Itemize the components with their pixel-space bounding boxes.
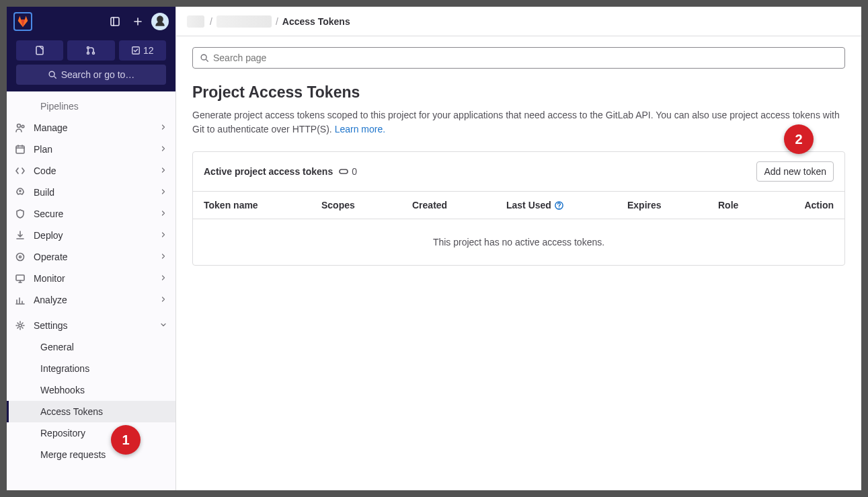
tokens-card: Active project access tokens 0 Add new t… — [192, 151, 845, 266]
merge-requests-button[interactable] — [67, 40, 114, 61]
sidebar-search[interactable]: Search or go to… — [16, 65, 166, 85]
card-title: Active project access tokens 0 — [204, 166, 357, 177]
nav-analyze[interactable]: Analyze — [7, 289, 175, 311]
svg-point-19 — [17, 254, 24, 261]
sidebar-header — [7, 7, 175, 36]
table-header: Token name Scopes Created Last Used Expi… — [193, 191, 844, 219]
svg-point-28 — [19, 324, 22, 327]
deploy-icon — [15, 230, 26, 241]
chevron-right-icon — [159, 230, 167, 241]
nav-sub-general[interactable]: General — [7, 336, 175, 358]
search-label: Search or go to… — [61, 69, 135, 80]
operate-icon — [15, 252, 26, 262]
chevron-right-icon — [159, 165, 167, 176]
content: Project Access Tokens Generate project a… — [176, 36, 861, 276]
nav-sub-merge-requests[interactable]: Merge requests — [7, 444, 175, 465]
svg-line-11 — [54, 77, 56, 79]
callout-1: 1 — [111, 425, 141, 455]
breadcrumb-group[interactable] — [187, 15, 204, 28]
nav-deploy[interactable]: Deploy — [7, 225, 175, 246]
code-icon — [15, 165, 26, 176]
gear-icon — [15, 320, 26, 331]
todo-count: 12 — [143, 45, 154, 56]
nav-sub-webhooks[interactable]: Webhooks — [7, 379, 175, 401]
chevron-right-icon — [159, 208, 167, 219]
chevron-right-icon — [159, 187, 167, 198]
issues-button[interactable] — [16, 40, 63, 61]
search-icon — [200, 53, 209, 63]
gitlab-logo[interactable] — [13, 12, 32, 31]
breadcrumbs: / / Access Tokens — [176, 7, 861, 36]
chevron-down-icon — [159, 320, 167, 331]
svg-rect-21 — [16, 275, 24, 280]
breadcrumb-separator: / — [276, 16, 278, 27]
svg-rect-4 — [36, 46, 43, 54]
col-created: Created — [412, 200, 506, 211]
learn-more-link[interactable]: Learn more. — [335, 124, 385, 135]
nav-sub-access-tokens[interactable]: Access Tokens — [7, 401, 175, 422]
col-token-name: Token name — [204, 200, 321, 211]
svg-point-29 — [201, 54, 206, 60]
breadcrumb-current: Access Tokens — [282, 16, 350, 27]
sidebar: 12 Search or go to… Pipelines Manage Pla… — [7, 7, 176, 490]
breadcrumb-project[interactable] — [216, 15, 272, 28]
calendar-icon — [15, 144, 26, 155]
todos-button[interactable]: 12 — [119, 40, 166, 61]
svg-point-13 — [22, 125, 24, 128]
users-icon — [15, 122, 26, 133]
chevron-right-icon — [159, 122, 167, 133]
nav-sub-integrations[interactable]: Integrations — [7, 358, 175, 379]
monitor-icon — [15, 273, 26, 284]
user-avatar[interactable] — [151, 13, 169, 30]
chevron-right-icon — [159, 144, 167, 155]
chevron-right-icon — [159, 273, 167, 284]
nav-sub-repository[interactable]: Repository — [7, 422, 175, 444]
col-action: Action — [785, 200, 834, 211]
svg-point-18 — [19, 190, 21, 192]
svg-rect-14 — [16, 146, 24, 153]
nav-sub-pipelines[interactable]: Pipelines — [7, 95, 175, 117]
nav-plan[interactable]: Plan — [7, 139, 175, 160]
chevron-right-icon — [159, 252, 167, 262]
card-header: Active project access tokens 0 Add new t… — [193, 152, 844, 191]
chart-icon — [15, 295, 26, 305]
breadcrumb-separator: / — [210, 16, 212, 27]
help-icon[interactable] — [554, 200, 564, 211]
panel-icon[interactable] — [106, 12, 124, 31]
svg-rect-0 — [111, 17, 119, 26]
token-count-badge: 0 — [338, 166, 357, 177]
nav-monitor[interactable]: Monitor — [7, 268, 175, 289]
rocket-icon — [15, 187, 26, 198]
nav-manage[interactable]: Manage — [7, 117, 175, 139]
page-search-input[interactable] — [213, 52, 838, 63]
svg-point-20 — [19, 256, 22, 258]
sidebar-search-wrap: Search or go to… — [7, 65, 175, 91]
token-icon — [338, 166, 349, 177]
add-new-token-button[interactable]: Add new token — [756, 161, 834, 182]
shield-icon — [15, 208, 26, 219]
col-expires: Expires — [627, 200, 718, 211]
chevron-right-icon — [159, 295, 167, 305]
page-title: Project Access Tokens — [192, 83, 845, 102]
plus-icon[interactable] — [128, 12, 147, 31]
search-icon — [48, 70, 57, 79]
svg-point-10 — [49, 71, 54, 77]
svg-point-12 — [17, 124, 21, 128]
col-last-used: Last Used — [506, 200, 627, 211]
svg-rect-31 — [340, 169, 348, 174]
nav-settings[interactable]: Settings — [7, 315, 175, 336]
col-role: Role — [718, 200, 785, 211]
page-search[interactable] — [192, 47, 845, 69]
sidebar-buttons: 12 — [7, 36, 175, 65]
nav-operate[interactable]: Operate — [7, 246, 175, 268]
page-description: Generate project access tokens scoped to… — [192, 108, 845, 137]
callout-2: 2 — [784, 124, 814, 154]
nav-build[interactable]: Build — [7, 182, 175, 203]
main: / / Access Tokens Project Access Tokens … — [176, 7, 861, 490]
empty-state: This project has no active access tokens… — [193, 219, 844, 265]
nav-code[interactable]: Code — [7, 160, 175, 182]
svg-line-30 — [206, 60, 208, 62]
nav-secure[interactable]: Secure — [7, 203, 175, 225]
col-scopes: Scopes — [321, 200, 412, 211]
nav: Pipelines Manage Plan Code Build Secure … — [7, 91, 175, 490]
